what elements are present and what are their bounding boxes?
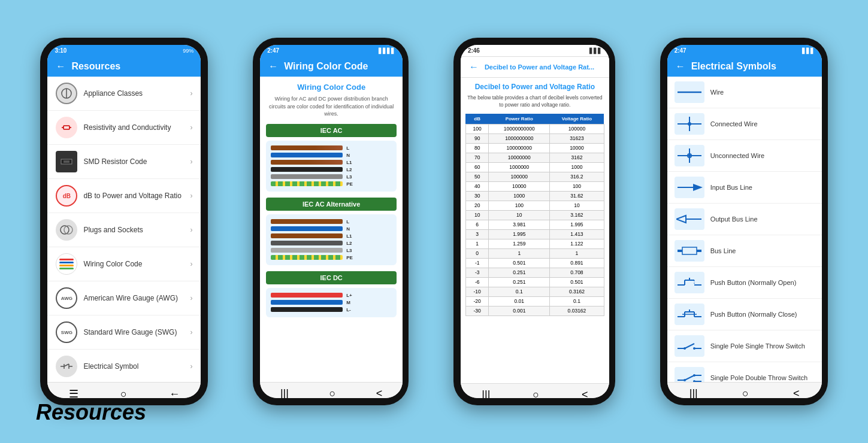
- table-row: -30: [465, 306, 489, 315]
- unconnected-wire-icon: [675, 145, 704, 166]
- phone4-title: Electrical Symbols: [691, 61, 776, 72]
- svg-rect-3: [63, 126, 69, 129]
- symbol-wire[interactable]: Wire: [667, 77, 822, 108]
- list-item-swg[interactable]: SWG Standard Wire Gauge (SWG) ›: [47, 315, 201, 350]
- wire-label-l1: L1: [346, 160, 352, 165]
- table-row: 80: [465, 143, 489, 153]
- wire-row-dc-lp: L+: [271, 293, 392, 298]
- wire-label-alt-l3: L3: [346, 248, 352, 253]
- wire-row-pe: PE: [271, 181, 392, 187]
- table-row: -6: [465, 277, 489, 287]
- awg-chevron: ›: [190, 294, 192, 302]
- wire-row-dc-m: M: [271, 300, 392, 305]
- bus-line-icon: [675, 240, 704, 262]
- table-row: 1: [489, 248, 550, 258]
- wire-row-alt-pe: PE: [271, 255, 392, 260]
- table-row: 100000000: [489, 143, 550, 153]
- spst-label: Single Pole Single Throw Switch: [710, 342, 815, 350]
- table-row: 10: [489, 210, 550, 220]
- db-page-title: Decibel to Power and Voltage Ratio: [465, 83, 604, 91]
- iec-ac-alt-diagram: L N L1 L2 L3: [266, 214, 397, 265]
- table-row: -3: [465, 268, 489, 277]
- wiring-chevron: ›: [190, 260, 192, 268]
- symbol-connected-wire[interactable]: Connected Wire: [667, 108, 822, 140]
- wire-label-l2: L2: [346, 167, 352, 172]
- output-bus-icon: [675, 208, 704, 230]
- table-row: 6: [465, 220, 489, 229]
- list-item-smd[interactable]: SMD Resistor Code ›: [47, 145, 201, 179]
- nav2-back-icon[interactable]: <: [376, 387, 383, 398]
- wiring-description: Wiring for AC and DC power distribution …: [266, 95, 397, 118]
- symbols-list: Wire Connected Wire: [667, 77, 822, 382]
- nav4-home-icon[interactable]: ○: [742, 387, 749, 398]
- table-row: 1.259: [489, 239, 550, 248]
- nav-back-icon[interactable]: ←: [169, 388, 180, 399]
- table-row: 0.1: [489, 287, 550, 296]
- symbol-output-bus[interactable]: Output Bus Line: [667, 204, 822, 235]
- list-item-db[interactable]: dB dB to Power and Voltage Ratio ›: [47, 179, 201, 213]
- table-row: 10000: [550, 143, 604, 153]
- phone3-back-button[interactable]: ←: [469, 62, 479, 72]
- symbol-spdt[interactable]: Single Pole Double Throw Switch: [667, 362, 822, 382]
- nav3-menu-icon[interactable]: |||: [482, 389, 490, 398]
- symbol-bus-line[interactable]: Bus Line: [667, 235, 822, 267]
- table-row: 70: [465, 153, 489, 162]
- db-chevron: ›: [190, 192, 192, 200]
- list-item-resistivity[interactable]: Resistivity and Conductivity ›: [47, 111, 201, 145]
- table-row: 3.162: [550, 210, 604, 220]
- symbol-input-bus[interactable]: Input Bus Line: [667, 172, 822, 204]
- table-row: 1000000: [489, 162, 550, 172]
- electrical-icon: [56, 356, 77, 377]
- spdt-icon: [675, 367, 704, 382]
- phone3-time: 2:46: [468, 47, 480, 54]
- wire-row-l: L: [271, 145, 392, 151]
- iec-ac-diagram: L N L1 L2 L3: [266, 141, 397, 192]
- table-row: 0.03162: [550, 306, 604, 315]
- table-row: 30: [465, 191, 489, 201]
- phone4-screen: 2:47 ▋▋▋ ← Electrical Symbols Wire: [667, 45, 822, 398]
- phone1-back-button[interactable]: ←: [56, 61, 65, 72]
- nav-menu-icon[interactable]: ☰: [69, 387, 78, 398]
- list-item-electrical[interactable]: Electrical Symbol ›: [47, 350, 201, 382]
- phone2-back-button[interactable]: ←: [268, 61, 278, 72]
- table-row: 10: [550, 201, 604, 210]
- symbol-push-open[interactable]: Push Button (Normally Open): [667, 267, 822, 299]
- list-item-wiring[interactable]: Wiring Color Code ›: [47, 247, 201, 281]
- table-row: 50: [465, 172, 489, 181]
- plugs-chevron: ›: [190, 226, 192, 234]
- wire-row-l3: L3: [271, 174, 392, 180]
- wiring-page-title: Wiring Color Code: [266, 83, 397, 92]
- nav2-menu-icon[interactable]: |||: [280, 387, 289, 398]
- nav2-home-icon[interactable]: ○: [329, 387, 335, 398]
- symbol-spst[interactable]: Single Pole Single Throw Switch: [667, 330, 822, 362]
- nav3-home-icon[interactable]: ○: [533, 389, 539, 398]
- list-item-awg[interactable]: AWG American Wire Gauge (AWG) ›: [47, 281, 201, 315]
- table-row: 0.01: [489, 296, 550, 306]
- nav4-back-icon[interactable]: <: [793, 387, 800, 398]
- svg-marker-22: [693, 184, 703, 191]
- list-item-plugs[interactable]: Plugs and Sockets ›: [47, 213, 201, 247]
- nav-home-icon[interactable]: ○: [120, 388, 127, 399]
- table-row: 100: [550, 181, 604, 191]
- table-row: 40: [465, 181, 489, 191]
- symbol-unconnected-wire[interactable]: Unconnected Wire: [667, 140, 822, 172]
- list-item-appliance[interactable]: Appliance Classes ›: [47, 77, 201, 111]
- phone4-header: ← Electrical Symbols: [667, 56, 822, 77]
- unconnected-wire-label: Unconnected Wire: [710, 152, 815, 159]
- wire-label-alt-l: L: [346, 219, 349, 224]
- table-row: 0.251: [489, 268, 550, 277]
- db-description: The below table provides a chart of deci…: [465, 95, 604, 109]
- table-row: 1000: [489, 191, 550, 201]
- wire-icon: [675, 81, 704, 103]
- table-row: 1.995: [489, 229, 550, 239]
- symbol-push-close[interactable]: Push Button (Normally Close): [667, 299, 822, 330]
- phone4-back-button[interactable]: ←: [676, 61, 685, 72]
- nav3-back-icon[interactable]: <: [582, 389, 588, 398]
- wire-row-dc-ln: L-: [271, 307, 392, 312]
- nav4-menu-icon[interactable]: |||: [689, 387, 698, 398]
- iec-ac-header: IEC AC: [266, 124, 397, 137]
- svg-line-47: [685, 375, 694, 380]
- table-row: 0.251: [489, 277, 550, 287]
- wire-row-alt-l: L: [271, 219, 392, 224]
- table-row: 0.501: [550, 277, 604, 287]
